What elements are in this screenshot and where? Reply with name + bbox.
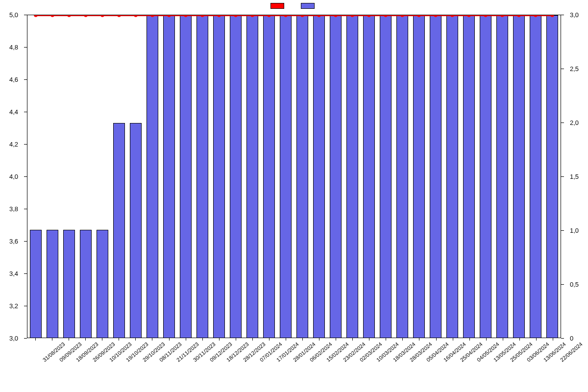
bar-slot	[494, 15, 511, 338]
bar-slot	[527, 15, 544, 338]
bar	[130, 123, 142, 338]
bar	[47, 230, 58, 338]
bar-slot	[111, 15, 127, 338]
bar	[246, 15, 258, 338]
y-right-tick-label: 0,5	[570, 281, 579, 288]
y-right-tick-label: 1,0	[570, 227, 579, 234]
bar-slot	[144, 15, 161, 338]
x-tick	[553, 338, 553, 341]
y-right-tick	[561, 230, 564, 231]
x-tick	[319, 338, 319, 341]
y-axis-right-labels: 00,51,01,52,02,53,0	[566, 15, 588, 338]
y-right-tick-label: 3,0	[570, 11, 579, 19]
bar-slot	[277, 15, 294, 338]
bar-slot	[227, 15, 244, 338]
legend-swatch-line	[270, 3, 284, 9]
bar	[196, 15, 208, 338]
x-tick	[302, 338, 303, 341]
x-axis-labels: 31/08/202309/09/202318/09/202326/09/2023…	[27, 338, 561, 392]
y-left-tick-label: 3,0	[9, 335, 18, 342]
x-tick	[35, 338, 36, 341]
x-tick	[169, 338, 170, 341]
x-tick	[519, 338, 520, 341]
bar	[80, 230, 92, 338]
x-tick	[152, 338, 152, 341]
bar	[396, 15, 408, 338]
x-tick	[336, 338, 336, 341]
x-tick	[402, 338, 403, 341]
bar-slot	[44, 15, 61, 338]
y-right-tick	[561, 176, 564, 177]
x-tick	[453, 338, 453, 341]
bar	[296, 15, 308, 338]
bars-container	[27, 15, 561, 338]
bar	[313, 15, 325, 338]
x-tick	[236, 338, 236, 341]
bar-slot	[411, 15, 427, 338]
bar-slot	[361, 15, 377, 338]
bar-slot	[394, 15, 411, 338]
x-tick	[352, 338, 353, 341]
bar-slot	[194, 15, 211, 338]
x-tick	[252, 338, 253, 341]
x-tick	[269, 338, 270, 341]
bar	[546, 15, 558, 338]
bar	[147, 15, 158, 338]
x-tick	[186, 338, 186, 341]
y-left-tick-label: 3,6	[9, 238, 18, 245]
bar	[363, 15, 375, 338]
x-tick	[135, 338, 136, 341]
y-left-tick-label: 4,0	[9, 173, 18, 180]
y-axis-right-ticks	[561, 15, 564, 338]
y-right-tick-label: 0	[570, 335, 573, 342]
x-tick	[52, 338, 52, 341]
x-tick	[119, 338, 119, 341]
bar-slot	[61, 15, 77, 338]
x-tick	[486, 338, 487, 341]
x-tick	[85, 338, 86, 341]
y-right-tick	[561, 338, 564, 339]
legend-item-line	[270, 3, 287, 9]
x-tick	[286, 338, 286, 341]
x-tick	[102, 338, 102, 341]
y-right-tick-label: 1,5	[570, 173, 579, 180]
bar-slot	[244, 15, 261, 338]
bar	[163, 15, 175, 338]
bar-slot	[477, 15, 494, 338]
y-left-tick-label: 4,2	[9, 141, 18, 148]
bar-slot	[544, 15, 561, 338]
bar	[530, 15, 541, 338]
bar	[180, 15, 192, 338]
y-right-tick	[561, 122, 564, 123]
bar	[496, 15, 508, 338]
y-left-tick-label: 3,2	[9, 302, 18, 310]
bar-slot	[511, 15, 527, 338]
y-left-tick-label: 3,4	[9, 270, 18, 277]
y-left-tick-label: 4,8	[9, 44, 18, 51]
bar-slot	[261, 15, 277, 338]
bar	[446, 15, 458, 338]
bar-slot	[377, 15, 394, 338]
bar-slot	[294, 15, 311, 338]
x-tick	[369, 338, 369, 341]
y-axis-left-labels: 3,03,23,43,63,84,04,24,44,64,85,0	[0, 15, 22, 338]
y-right-tick	[561, 284, 564, 285]
y-left-tick-label: 3,8	[9, 205, 18, 213]
bar	[263, 15, 275, 338]
plot-area	[27, 15, 561, 338]
bar	[113, 123, 125, 338]
x-tick	[503, 338, 503, 341]
bar-slot	[311, 15, 327, 338]
bar-slot	[177, 15, 194, 338]
bar	[413, 15, 425, 338]
bar-slot	[344, 15, 361, 338]
legend	[0, 3, 588, 9]
x-tick	[219, 338, 220, 341]
x-tick	[436, 338, 437, 341]
bar	[513, 15, 525, 338]
bar	[430, 15, 441, 338]
bar	[480, 15, 491, 338]
x-tick	[386, 338, 386, 341]
bar	[230, 15, 242, 338]
x-tick	[202, 338, 203, 341]
